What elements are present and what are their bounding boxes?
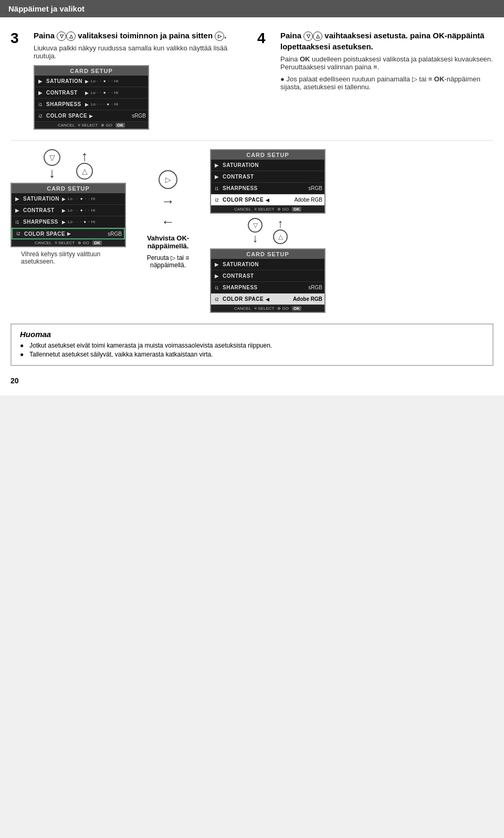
caption-middle-sub: Peruuta ▷ tai ≡ näppäimellä.	[142, 254, 194, 269]
menu3-footer: CANCEL ≡ SELECT ⊕ GO OK	[211, 206, 324, 213]
menu3-row-saturation: ▶ SATURATION	[211, 160, 324, 171]
page-header: Näppäimet ja valikot	[0, 0, 504, 17]
nav-circle-down-2: ▽	[248, 218, 262, 233]
step4-body1: Paina OK uudelleen poistuaksesi valikost…	[280, 55, 494, 71]
nav-up-icon: △	[66, 32, 76, 41]
arrow-down-1: ↓	[49, 166, 56, 180]
nav-down-icon: ▽	[57, 32, 66, 41]
menu3-title: CARD SETUP	[211, 150, 324, 160]
arrow-down-2: ↓	[253, 233, 258, 244]
camera-menu-3: CARD SETUP ▶ SATURATION ▶ CONTRAST i1 SH…	[210, 149, 326, 214]
note-box: Huomaa ● Jotkut asetukset eivät toimi ka…	[10, 323, 494, 366]
camera-menu-2: CARD SETUP ▶ SATURATION ▶ Lo · · ● · · H…	[10, 183, 126, 247]
menu2-title: CARD SETUP	[12, 184, 125, 193]
nav-circle-up: △	[76, 163, 93, 180]
menu1-footer: CANCEL ≡ SELECT ⊕ GO OK	[35, 122, 148, 129]
nav-circle-down: ▽	[44, 149, 60, 166]
nav-diamond-right: ▷	[159, 170, 177, 189]
caption-middle: Vahvista OK-näppäimellä.	[142, 234, 194, 250]
menu4-row-contrast: ▶ CONTRAST	[211, 270, 324, 282]
step4-title: Paina ▽△ vaihtaaksesi asetusta. paina OK…	[280, 30, 494, 52]
diagrams-section: ▽ ↓ ↑ △ CARD SETUP ▶ SATURATION ▶ Lo ·	[10, 149, 494, 313]
menu4-row-sharpness: i1 SHARPNESS sRGB	[211, 282, 324, 294]
step4-number: 4	[257, 30, 274, 91]
step3-number: 3	[10, 30, 27, 60]
arrow-up-1: ↑	[81, 149, 88, 163]
arrow-up-2: ↑	[278, 218, 284, 229]
menu2-row-contrast: ▶ CONTRAST ▶ Lo · · ● · · Hi	[12, 205, 125, 216]
menu1-row-colorspace: i2 COLOR SPACE ▶ sRGB	[35, 110, 148, 122]
step3-sub: Liukuva palkki näkyy ruudussa samalla ku…	[34, 44, 247, 60]
menu3-row-contrast: ▶ CONTRAST	[211, 171, 324, 183]
step3-title: Paina ▽△ valitaksesi toiminnon ja paina …	[34, 30, 247, 41]
menu2-row-sharpness: i1 SHARPNESS ▶ Lo · · · ● · Hi	[12, 216, 125, 228]
arrow-right: →	[161, 193, 175, 210]
menu2-row-saturation: ▶ SATURATION ▶ Lo · · ● · · Hi	[12, 193, 125, 205]
menu1-row-contrast: ▶ CONTRAST ▶ Lo · · ● · · Hi	[35, 87, 148, 99]
menu2-row-colorspace: i2 COLOR SPACE ▶ sRGB	[12, 228, 125, 239]
note-title: Huomaa	[20, 330, 484, 339]
menu1-row-saturation: ▶ SATURATION ▶ Lo · · ● · · Hi	[35, 76, 148, 87]
menu4-row-colorspace: i2 COLOR SPACE ◀ Adobe RGB	[211, 294, 324, 305]
menu1-row-sharpness: i1 SHARPNESS ▶ Lo · · · ● · Hi	[35, 99, 148, 110]
camera-menu-1: CARD SETUP ▶ SATURATION ▶ Lo · · ● · · H…	[34, 65, 149, 130]
header-title: Näppäimet ja valikot	[8, 4, 85, 13]
page-number: 20	[10, 376, 494, 385]
menu3-row-colorspace: i2 COLOR SPACE ◀ Adobe RGB	[211, 194, 324, 206]
menu2-footer: CANCEL ≡ SELECT ⊕ GO OK	[12, 239, 125, 246]
note-item-2: ● Tallennetut asetukset säilyvät, vaikka…	[20, 351, 484, 358]
menu3-row-sharpness: i1 SHARPNESS sRGB	[211, 183, 324, 194]
note-item-1: ● Jotkut asetukset eivät toimi kamerasta…	[20, 342, 484, 349]
camera-menu-4: CARD SETUP ▶ SATURATION ▶ CONTRAST i1 SH…	[210, 248, 326, 313]
caption-left: Vihreä kehys siirtyy valittuun asetuksee…	[21, 250, 116, 265]
menu4-title: CARD SETUP	[211, 249, 324, 259]
menu1-title: CARD SETUP	[35, 66, 148, 76]
nav-right-icon: ▷	[215, 32, 224, 41]
nav-circle-up-2: △	[273, 229, 288, 244]
step4-body2: ● Jos palaat edelliseen ruutuun painamal…	[280, 75, 494, 91]
menu4-row-saturation: ▶ SATURATION	[211, 259, 324, 270]
menu4-footer: CANCEL ≡ SELECT ⊕ GO OK	[211, 305, 324, 312]
arrow-left: ←	[161, 214, 175, 230]
